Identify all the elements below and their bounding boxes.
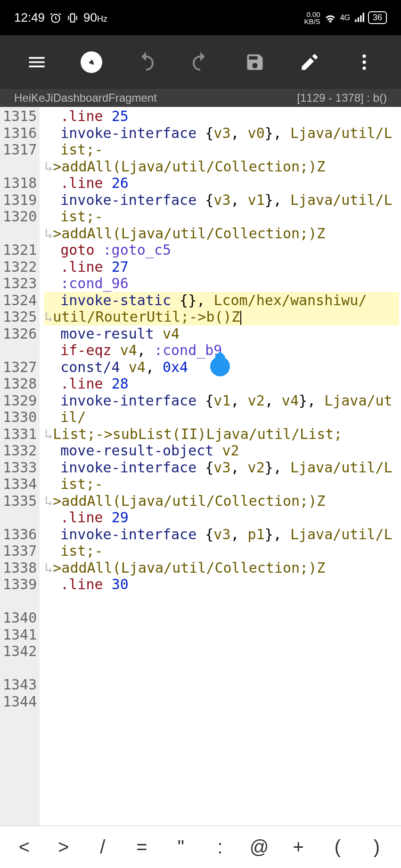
menu-button[interactable] [25,51,48,73]
code-line[interactable]: .line 28 [44,375,399,392]
svg-point-4 [362,60,366,64]
status-hz: 90Hz [83,10,107,25]
symbol-key[interactable]: " [161,836,200,858]
explore-button[interactable] [80,51,103,73]
symbol-key[interactable]: ) [357,836,396,858]
line-number: 1337 [3,543,37,560]
code-line-wrap[interactable]: ↳>addAll(Ljava/util/Collection;)Z [44,493,399,510]
svg-point-5 [362,66,366,70]
line-number: 1338 [3,560,37,576]
status-left: 12:49 90Hz [14,10,107,25]
symbol-key[interactable]: ( [318,836,357,858]
code-line[interactable]: goto :goto_c5 [44,242,399,259]
line-number: 1344 [3,693,37,710]
svg-rect-1 [71,14,75,22]
line-number: 1339 [3,576,37,593]
code-line[interactable]: move-result v4 [44,325,399,342]
toolbar [0,35,401,89]
wifi-icon [324,13,336,23]
line-number: 1327 [3,359,37,376]
status-bar: 12:49 90Hz 0.00 KB/S 4G 36 [0,0,401,35]
code-line[interactable]: .line 27 [44,259,399,276]
line-number [3,509,37,526]
symbol-row: <>/=":@+() [0,826,401,868]
line-gutter: 131513161317 131813191320 13211322132313… [0,107,40,826]
save-button[interactable] [244,51,266,73]
battery-indicator: 36 [368,11,387,24]
line-number: 1320 [3,208,37,225]
line-number: 1336 [3,526,37,543]
line-number: 1329 [3,392,37,409]
status-time: 12:49 [14,10,45,25]
code-line[interactable]: invoke-interface {v3, v0}, Ljava/util/Li… [44,125,399,158]
line-number: 1332 [3,442,37,459]
alarm-icon [49,12,62,24]
line-number: 1315 [3,108,37,125]
line-number [3,225,37,242]
line-number: 1326 [3,325,37,342]
position-info: [1129 - 1378] : b() [297,91,387,105]
line-number [3,342,37,359]
line-number: 1316 [3,125,37,142]
more-button[interactable] [353,51,376,73]
undo-button[interactable] [135,51,157,73]
edit-button[interactable] [298,51,321,73]
line-number: 1341 [3,626,37,643]
vibrate-icon [66,12,79,24]
code-line[interactable]: invoke-interface {v3, v2}, Ljava/util/Li… [44,459,399,493]
line-number: 1334 [3,476,37,493]
symbol-key[interactable]: : [200,836,239,858]
editor[interactable]: 131513161317 131813191320 13211322132313… [0,107,401,826]
file-name: HeiKeJiDashboardFragment [14,91,157,105]
symbol-key[interactable]: @ [240,836,279,858]
line-number [3,158,37,175]
status-right: 0.00 KB/S 4G 36 [304,11,387,25]
signal-icon [354,13,364,23]
symbol-key[interactable]: = [122,836,161,858]
code-line-wrap[interactable]: ↳>addAll(Ljava/util/Collection;)Z [44,158,399,175]
code-line[interactable]: invoke-interface {v1, v2, v4}, Ljava/uti… [44,392,399,426]
line-number [3,593,37,610]
svg-point-3 [362,55,366,58]
cursor-handle[interactable] [210,357,230,376]
symbol-key[interactable]: + [279,836,318,858]
line-number: 1323 [3,275,37,292]
info-bar: HeiKeJiDashboardFragment [1129 - 1378] :… [0,89,401,107]
code-line[interactable]: invoke-static {}, Lcom/hex/wanshiwu/ [44,292,399,309]
symbol-key[interactable]: > [44,836,83,858]
line-number: 1330 [3,409,37,426]
status-speed: 0.00 KB/S [304,11,320,25]
symbol-key[interactable]: < [5,836,44,858]
line-number: 1342 [3,643,37,660]
code-line[interactable]: move-result-object v2 [44,442,399,459]
line-number: 1343 [3,676,37,693]
line-number: 1331 [3,426,37,443]
code-line[interactable]: .line 25 [44,108,399,125]
line-number: 1333 [3,459,37,476]
line-number: 1321 [3,242,37,259]
code-line-wrap[interactable]: ↳List;->subList(II)Ljava/util/List; [44,426,399,443]
code-line[interactable]: :cond_96 [44,275,399,292]
code-line[interactable]: .line 30 [44,576,399,593]
code-line-wrap[interactable]: ↳util/RouterUtil;->b()Z [44,308,399,325]
line-number [3,660,37,677]
line-number: 1340 [3,609,37,626]
code-line-wrap[interactable]: ↳>addAll(Ljava/util/Collection;)Z [44,225,399,242]
line-number: 1325 [3,308,37,325]
line-number: 1322 [3,259,37,276]
code-line-wrap[interactable]: ↳>addAll(Ljava/util/Collection;)Z [44,560,399,576]
line-number: 1328 [3,375,37,392]
code-line[interactable]: .line 26 [44,175,399,192]
code-area[interactable]: .line 25invoke-interface {v3, v0}, Ljava… [40,107,401,826]
redo-button[interactable] [189,51,212,73]
status-net: 4G [340,14,350,22]
line-number: 1318 [3,175,37,192]
code-line[interactable]: invoke-interface {v3, p1}, Ljava/util/Li… [44,526,399,560]
symbol-key[interactable]: / [83,836,122,858]
line-number: 1324 [3,292,37,309]
line-number: 1335 [3,493,37,510]
code-line[interactable]: .line 29 [44,509,399,526]
line-number: 1317 [3,141,37,158]
code-line[interactable]: invoke-interface {v3, v1}, Ljava/util/Li… [44,192,399,225]
line-number: 1319 [3,192,37,209]
